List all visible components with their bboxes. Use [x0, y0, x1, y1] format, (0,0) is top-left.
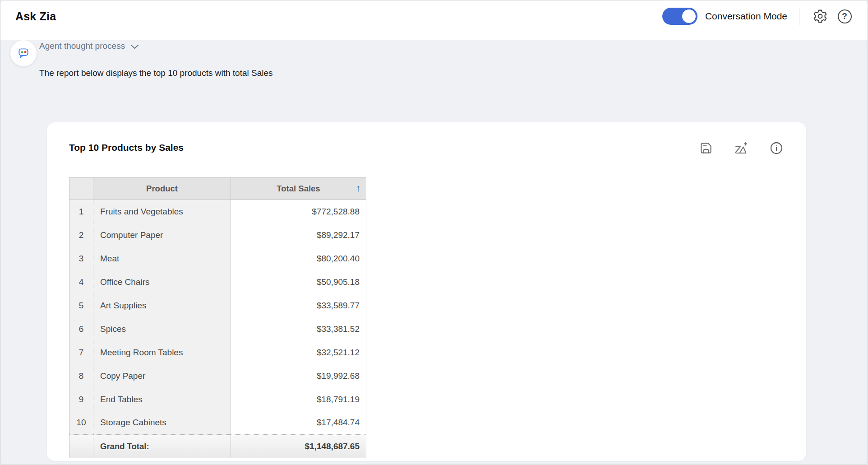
zia-insights-button[interactable]	[734, 140, 749, 156]
zia-insights-icon	[733, 141, 749, 155]
chevron-down-icon	[130, 44, 139, 50]
conversation-mode-toggle[interactable]	[662, 8, 697, 25]
table-row: 9 End Tables $18,791.19	[69, 388, 366, 411]
rank-column-header	[69, 178, 93, 200]
table-row: 10 Storage Cabinets $17,484.74	[69, 411, 366, 435]
page-title: Ask Zia	[15, 10, 56, 23]
table-row: 6 Spices $33,381.52	[69, 317, 366, 341]
agent-thought-process-toggle[interactable]: Agent thought process	[39, 41, 139, 51]
ask-zia-window: Ask Zia Conversation Mode ?	[0, 0, 868, 465]
agent-message: The report below displays the top 10 pro…	[39, 68, 273, 78]
toggle-knob	[682, 9, 696, 23]
info-icon	[769, 141, 784, 155]
settings-button[interactable]	[812, 8, 829, 25]
report-card: Top 10 Products by Sales	[47, 122, 806, 461]
total-sales-column-header[interactable]: Total Sales↑	[231, 178, 366, 200]
save-icon	[699, 141, 713, 155]
grand-total-label: Grand Total:	[93, 435, 231, 458]
info-button[interactable]	[769, 140, 784, 156]
grand-total-value: $1,148,687.65	[231, 435, 366, 458]
gear-icon	[813, 9, 828, 24]
question-mark-icon: ?	[838, 9, 852, 23]
save-button[interactable]	[698, 140, 714, 156]
grand-total-row: Grand Total: $1,148,687.65	[69, 435, 366, 458]
divider	[799, 8, 799, 25]
avatar	[10, 40, 37, 66]
sort-ascending-icon: ↑	[356, 183, 361, 194]
zia-chat-bubble-icon	[14, 44, 32, 62]
table-header-row: Product Total Sales↑	[69, 178, 366, 200]
conversation-mode-label: Conversation Mode	[705, 11, 787, 22]
help-button[interactable]: ?	[836, 8, 853, 25]
table-row: 2 Computer Paper $89,292.17	[69, 223, 366, 247]
top-bar: Ask Zia Conversation Mode ?	[0, 0, 868, 40]
report-title: Top 10 Products by Sales	[69, 142, 184, 153]
table-row: 3 Meat $80,200.40	[69, 247, 366, 270]
sales-table: Product Total Sales↑ 1 Fruits and Vegeta…	[69, 177, 366, 458]
table-row: 7 Meeting Room Tables $32,521.12	[69, 341, 366, 364]
table-row: 5 Art Supplies $33,589.77	[69, 294, 366, 317]
report-toolbar	[698, 140, 784, 156]
top-bar-controls: Conversation Mode ?	[662, 7, 853, 25]
table-row: 4 Office Chairs $50,905.18	[69, 270, 366, 294]
product-column-header[interactable]: Product	[93, 178, 231, 200]
agent-thought-process-label: Agent thought process	[39, 41, 125, 51]
table-row: 1 Fruits and Vegetables $772,528.88	[69, 200, 366, 223]
table-row: 8 Copy Paper $19,992.68	[69, 364, 366, 388]
